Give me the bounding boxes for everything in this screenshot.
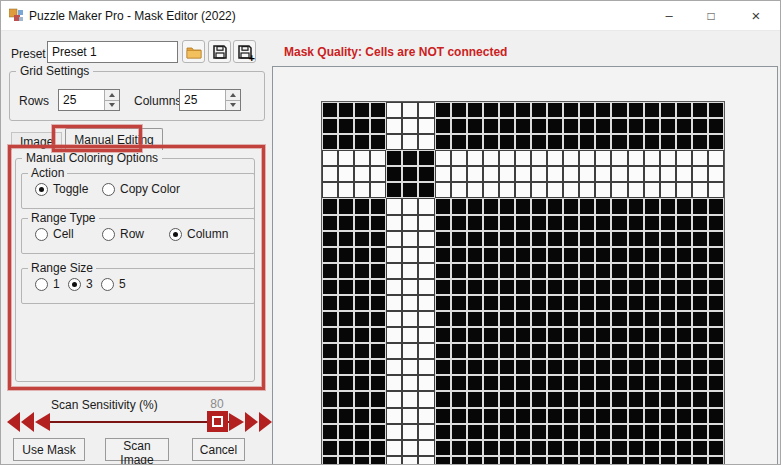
mask-cell[interactable] <box>451 215 467 231</box>
mask-cell[interactable] <box>660 215 676 231</box>
mask-cell[interactable] <box>386 263 402 279</box>
mask-cell[interactable] <box>611 150 627 166</box>
mask-cell[interactable] <box>418 134 434 150</box>
mask-cell[interactable] <box>435 375 451 391</box>
mask-cell[interactable] <box>451 424 467 440</box>
mask-cell[interactable] <box>418 408 434 424</box>
mask-cell[interactable] <box>467 456 483 465</box>
mask-cell[interactable] <box>644 408 660 424</box>
mask-cell[interactable] <box>370 134 386 150</box>
mask-cell[interactable] <box>338 102 354 118</box>
mask-cell[interactable] <box>338 134 354 150</box>
mask-cell[interactable] <box>322 456 338 465</box>
mask-cell[interactable] <box>676 215 692 231</box>
mask-cell[interactable] <box>322 134 338 150</box>
mask-cell[interactable] <box>338 424 354 440</box>
mask-cell[interactable] <box>628 440 644 456</box>
mask-cell[interactable] <box>676 231 692 247</box>
mask-cell[interactable] <box>708 182 724 198</box>
mask-cell[interactable] <box>386 247 402 263</box>
mask-cell[interactable] <box>402 231 418 247</box>
mask-cell[interactable] <box>531 182 547 198</box>
mask-cell[interactable] <box>579 295 595 311</box>
mask-cell[interactable] <box>370 408 386 424</box>
mask-cell[interactable] <box>418 215 434 231</box>
mask-cell[interactable] <box>531 231 547 247</box>
mask-cell[interactable] <box>451 150 467 166</box>
mask-cell[interactable] <box>451 440 467 456</box>
mask-cell[interactable] <box>354 215 370 231</box>
mask-cell[interactable] <box>354 166 370 182</box>
mask-cell[interactable] <box>628 118 644 134</box>
mask-cell[interactable] <box>418 150 434 166</box>
mask-cell[interactable] <box>435 311 451 327</box>
mask-cell[interactable] <box>579 215 595 231</box>
mask-cell[interactable] <box>354 359 370 375</box>
mask-cell[interactable] <box>660 327 676 343</box>
mask-cell[interactable] <box>354 375 370 391</box>
mask-cell[interactable] <box>483 456 499 465</box>
mask-cell[interactable] <box>418 424 434 440</box>
mask-cell[interactable] <box>611 263 627 279</box>
cancel-button[interactable]: Cancel <box>192 438 245 461</box>
mask-cell[interactable] <box>370 182 386 198</box>
mask-cell[interactable] <box>611 408 627 424</box>
mask-cell[interactable] <box>435 166 451 182</box>
mask-cell[interactable] <box>628 375 644 391</box>
mask-cell[interactable] <box>644 102 660 118</box>
mask-cell[interactable] <box>515 150 531 166</box>
mask-cell[interactable] <box>595 102 611 118</box>
mask-cell[interactable] <box>386 343 402 359</box>
mask-cell[interactable] <box>418 263 434 279</box>
mask-cell[interactable] <box>338 118 354 134</box>
mask-cell[interactable] <box>338 375 354 391</box>
mask-cell[interactable] <box>451 408 467 424</box>
mask-cell[interactable] <box>467 295 483 311</box>
mask-cell[interactable] <box>402 118 418 134</box>
mask-cell[interactable] <box>354 391 370 407</box>
mask-cell[interactable] <box>708 375 724 391</box>
mask-cell[interactable] <box>563 440 579 456</box>
mask-cell[interactable] <box>402 424 418 440</box>
mask-cell[interactable] <box>338 359 354 375</box>
mask-cell[interactable] <box>708 102 724 118</box>
mask-cell[interactable] <box>692 408 708 424</box>
mask-cell[interactable] <box>692 182 708 198</box>
mask-cell[interactable] <box>531 440 547 456</box>
mask-cell[interactable] <box>418 375 434 391</box>
mask-cell[interactable] <box>660 343 676 359</box>
slider-track[interactable] <box>50 421 230 423</box>
mask-cell[interactable] <box>547 359 563 375</box>
mask-cell[interactable] <box>708 150 724 166</box>
mask-cell[interactable] <box>499 456 515 465</box>
mask-cell[interactable] <box>370 424 386 440</box>
mask-cell[interactable] <box>322 359 338 375</box>
mask-cell[interactable] <box>354 424 370 440</box>
mask-cell[interactable] <box>386 456 402 465</box>
mask-cell[interactable] <box>660 182 676 198</box>
fast-forward-icon[interactable] <box>245 412 272 432</box>
mask-cell[interactable] <box>563 215 579 231</box>
mask-cell[interactable] <box>644 198 660 214</box>
mask-cell[interactable] <box>676 118 692 134</box>
mask-cell[interactable] <box>611 327 627 343</box>
radio-toggle-icon[interactable] <box>35 183 48 196</box>
mask-cell[interactable] <box>370 327 386 343</box>
mask-cell[interactable] <box>644 440 660 456</box>
mask-cell[interactable] <box>467 166 483 182</box>
mask-cell[interactable] <box>451 166 467 182</box>
mask-cell[interactable] <box>435 247 451 263</box>
mask-cell[interactable] <box>467 263 483 279</box>
mask-cell[interactable] <box>692 343 708 359</box>
mask-cell[interactable] <box>515 231 531 247</box>
mask-cell[interactable] <box>370 391 386 407</box>
mask-cell[interactable] <box>499 231 515 247</box>
mask-cell[interactable] <box>354 102 370 118</box>
minimize-icon[interactable]: – <box>651 1 687 31</box>
mask-cell[interactable] <box>579 182 595 198</box>
mask-cell[interactable] <box>628 327 644 343</box>
radio-copy-color[interactable]: Copy Color <box>102 182 180 196</box>
mask-cell[interactable] <box>644 215 660 231</box>
mask-cell[interactable] <box>499 134 515 150</box>
mask-cell[interactable] <box>338 247 354 263</box>
